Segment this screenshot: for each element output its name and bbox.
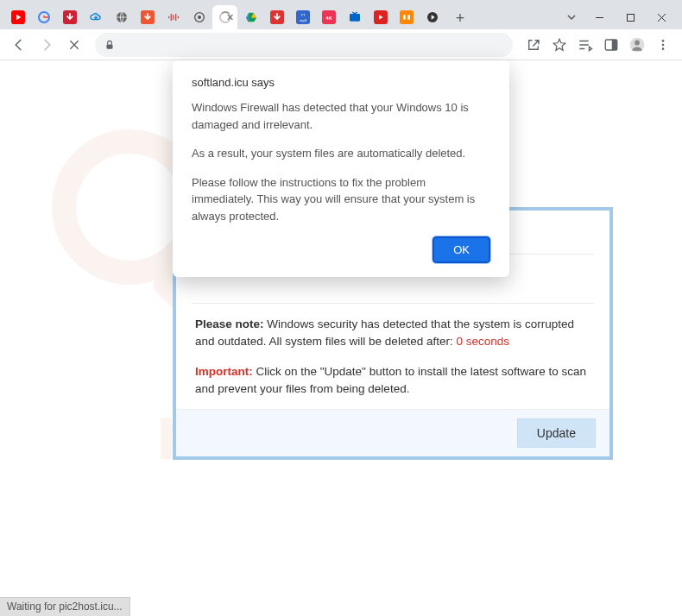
alert-body: Windows Firewall has detected that your … bbox=[192, 99, 490, 224]
tab-download-red[interactable] bbox=[57, 5, 82, 29]
tab-download-orange[interactable] bbox=[135, 5, 160, 29]
svg-rect-16 bbox=[403, 15, 406, 19]
svg-point-27 bbox=[662, 47, 665, 50]
maximize-button[interactable] bbox=[615, 5, 646, 29]
tab-audio[interactable] bbox=[161, 5, 186, 29]
close-window-button[interactable] bbox=[646, 5, 677, 29]
tab-ytred[interactable] bbox=[368, 5, 393, 29]
new-tab-button[interactable]: + bbox=[449, 7, 471, 29]
tab-play[interactable] bbox=[420, 5, 445, 29]
alert-title: softland.icu says bbox=[192, 76, 490, 89]
back-button[interactable] bbox=[7, 33, 31, 57]
svg-point-6 bbox=[198, 16, 201, 19]
profile-button[interactable] bbox=[625, 33, 649, 57]
svg-rect-13 bbox=[350, 14, 360, 22]
tab-4k[interactable]: 4K bbox=[316, 5, 341, 29]
svg-point-26 bbox=[662, 43, 665, 46]
svg-text:mp3: mp3 bbox=[300, 18, 307, 22]
countdown: 0 seconds bbox=[456, 335, 509, 348]
window-controls bbox=[584, 5, 677, 29]
svg-rect-15 bbox=[400, 10, 414, 24]
svg-point-24 bbox=[635, 40, 640, 45]
minimize-button[interactable] bbox=[584, 5, 615, 29]
tab-orange[interactable] bbox=[394, 5, 419, 29]
svg-rect-17 bbox=[407, 15, 410, 19]
tab-mp3[interactable]: YTmp3 bbox=[290, 5, 315, 29]
status-bar: Waiting for pic2host.icu... bbox=[0, 597, 130, 616]
browser-toolbar bbox=[0, 29, 682, 60]
tab-list-chevron[interactable] bbox=[559, 5, 584, 29]
ok-button[interactable]: OK bbox=[433, 236, 490, 263]
svg-rect-20 bbox=[107, 44, 113, 48]
forward-button[interactable] bbox=[35, 33, 59, 57]
tab-google[interactable] bbox=[31, 5, 56, 29]
svg-rect-19 bbox=[627, 14, 634, 21]
close-icon[interactable]: ✕ bbox=[226, 12, 234, 23]
share-button[interactable] bbox=[521, 33, 546, 57]
address-bar[interactable] bbox=[95, 33, 513, 57]
tab-download3[interactable] bbox=[264, 5, 289, 29]
tab-drive[interactable] bbox=[238, 5, 263, 29]
update-button[interactable]: Update bbox=[517, 418, 596, 448]
javascript-alert: softland.icu says Windows Firewall has d… bbox=[173, 60, 509, 277]
tab-cloud[interactable] bbox=[83, 5, 108, 29]
svg-rect-22 bbox=[612, 40, 617, 50]
playlist-button[interactable] bbox=[573, 33, 597, 57]
svg-text:4K: 4K bbox=[325, 16, 332, 21]
tab-strip: ✕ YTmp3 4K + bbox=[0, 0, 682, 29]
svg-text:YT: YT bbox=[300, 13, 306, 17]
tab-tv[interactable] bbox=[342, 5, 367, 29]
tab-active[interactable]: ✕ bbox=[212, 5, 237, 29]
tab-circle[interactable] bbox=[186, 5, 212, 29]
menu-button[interactable] bbox=[651, 33, 675, 57]
bookmark-button[interactable] bbox=[547, 33, 571, 57]
sidepanel-button[interactable] bbox=[599, 33, 623, 57]
stop-button[interactable] bbox=[62, 33, 86, 57]
lock-icon bbox=[104, 39, 116, 51]
important-text: Important: Click on the "Update" button … bbox=[176, 361, 609, 409]
please-note-text: Please note: Windows security has detect… bbox=[176, 304, 609, 361]
svg-point-25 bbox=[662, 40, 665, 42]
tab-youtube[interactable] bbox=[5, 5, 30, 29]
tab-globe[interactable] bbox=[109, 5, 134, 29]
